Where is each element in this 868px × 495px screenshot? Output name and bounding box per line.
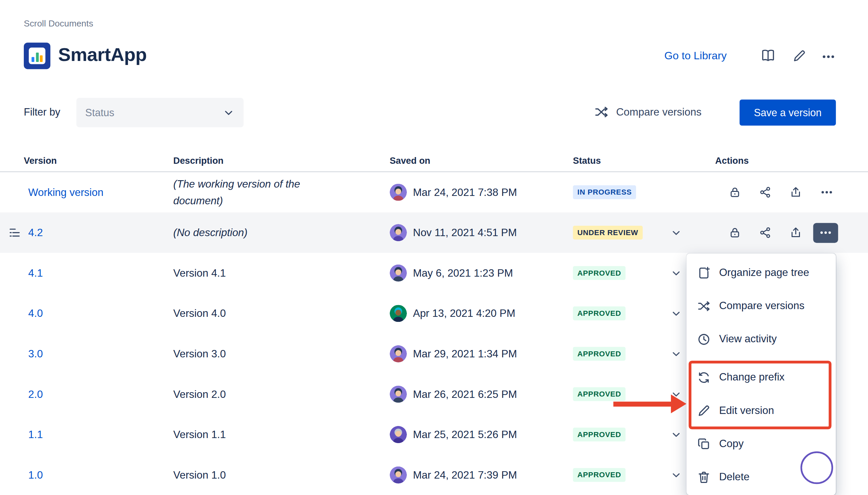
refresh-icon (697, 371, 711, 384)
scroll-documents-page: Scroll Documents SmartApp Go to Library … (0, 0, 868, 495)
table-header-row: Version Description Saved on Status Acti… (0, 149, 868, 172)
version-link[interactable]: 4.2 (24, 226, 43, 238)
saved-on-date: Mar 24, 2021 7:39 PM (413, 469, 517, 481)
status-badge: UNDER REVIEW (573, 226, 643, 239)
status-badge: APPROVED (573, 388, 626, 401)
status-chevron-down-icon[interactable] (670, 227, 682, 238)
version-link[interactable]: 4.0 (24, 307, 43, 320)
column-header-status: Status (573, 155, 716, 166)
column-header-actions: Actions (715, 155, 868, 166)
saved-on-date: May 6, 2021 1:23 PM (413, 267, 513, 279)
status-chevron-down-icon[interactable] (670, 469, 682, 481)
compare-icon (697, 299, 711, 313)
version-description: (No description) (173, 224, 339, 241)
copy-icon (697, 437, 711, 450)
version-description: (The working version of the document) (173, 176, 339, 208)
go-to-library-link[interactable]: Go to Library (664, 49, 727, 62)
menu-item-view-activity[interactable]: View activity (686, 323, 836, 356)
status-badge: APPROVED (573, 266, 626, 280)
menu-item-label: View activity (719, 333, 777, 345)
version-description: Version 4.0 (173, 305, 339, 322)
table-row: Working version (The working version of … (0, 172, 868, 213)
menu-item-label: Organize page tree (719, 267, 809, 279)
status-chevron-down-icon[interactable] (670, 307, 682, 319)
status-badge: APPROVED (573, 428, 626, 441)
status-chevron-down-icon[interactable] (670, 267, 682, 279)
user-avatar (390, 305, 407, 322)
user-avatar (390, 184, 407, 201)
saved-on-date: Mar 24, 2021 7:38 PM (413, 186, 517, 198)
version-description: Version 3.0 (173, 346, 339, 362)
column-header-saved-on: Saved on (390, 155, 573, 166)
menu-item-label: Copy (719, 438, 744, 450)
status-filter-dropdown[interactable]: Status (77, 98, 244, 127)
filter-by-label: Filter by (24, 106, 60, 118)
status-filter-value: Status (85, 106, 114, 119)
status-chevron-down-icon[interactable] (670, 389, 682, 400)
saved-on-date: Nov 11, 2021 4:51 PM (413, 226, 517, 238)
user-avatar (390, 345, 407, 362)
row-more-icon[interactable] (820, 185, 834, 199)
saved-on-date: Mar 29, 2021 1:34 PM (413, 348, 517, 360)
menu-item-delete[interactable]: Delete (686, 460, 836, 493)
compare-versions-button[interactable]: Compare versions (594, 104, 701, 120)
status-chevron-down-icon[interactable] (670, 429, 682, 440)
user-avatar (390, 264, 407, 281)
menu-separator (686, 356, 836, 361)
status-badge: APPROVED (573, 306, 626, 320)
row-actions-menu: Organize page tree Compare versions View… (686, 254, 836, 495)
menu-item-change-prefix[interactable]: Change prefix (686, 361, 836, 394)
version-link[interactable]: 3.0 (24, 348, 43, 360)
compare-icon (594, 104, 609, 120)
menu-item-label: Compare versions (719, 300, 805, 312)
menu-item-compare-versions[interactable]: Compare versions (686, 289, 836, 323)
user-avatar (390, 224, 407, 241)
export-icon[interactable] (789, 186, 802, 199)
version-link[interactable]: Working version (24, 186, 103, 198)
share-icon[interactable] (759, 226, 772, 239)
menu-item-label: Edit version (719, 404, 774, 416)
menu-item-copy[interactable]: Copy (686, 427, 836, 460)
share-icon[interactable] (759, 186, 772, 199)
lock-icon[interactable] (729, 186, 741, 199)
status-badge: IN PROGRESS (573, 186, 636, 199)
chevron-down-icon (222, 106, 235, 119)
export-icon[interactable] (789, 226, 802, 239)
menu-item-label: Change prefix (719, 371, 785, 383)
breadcrumb[interactable]: Scroll Documents (24, 19, 93, 29)
version-link[interactable]: 1.1 (24, 428, 43, 440)
version-link[interactable]: 4.1 (24, 267, 43, 279)
page-title: SmartApp (58, 44, 147, 65)
bar-chart-logo-icon (29, 48, 46, 64)
version-description: Version 2.0 (173, 386, 339, 403)
save-a-version-button[interactable]: Save a version (740, 100, 836, 125)
version-description: Version 4.1 (173, 265, 339, 281)
trash-icon (697, 470, 711, 484)
edit-pencil-icon[interactable] (792, 49, 807, 63)
status-badge: APPROVED (573, 347, 626, 360)
saved-on-date: Apr 13, 2021 4:20 PM (413, 307, 515, 320)
library-book-icon[interactable] (760, 48, 776, 64)
menu-item-organize-page-tree[interactable]: Organize page tree (686, 256, 836, 289)
row-more-icon-active[interactable] (813, 223, 838, 242)
column-header-version: Version (24, 155, 173, 166)
version-description: Version 1.1 (173, 426, 339, 443)
version-description: Version 1.0 (173, 467, 339, 483)
user-avatar (390, 466, 407, 483)
more-actions-icon[interactable] (821, 49, 836, 64)
user-avatar (390, 426, 407, 443)
page-tree-add-icon (697, 266, 711, 280)
saved-on-date: Mar 25, 2021 5:26 PM (413, 428, 517, 440)
saved-on-date: Mar 26, 2021 6:25 PM (413, 388, 517, 400)
table-row: 4.2 (No description) Nov 11, 2021 4:51 P… (0, 212, 868, 253)
version-link[interactable]: 2.0 (24, 388, 43, 400)
status-badge: APPROVED (573, 468, 626, 482)
status-chevron-down-icon[interactable] (670, 348, 682, 360)
app-logo (24, 42, 50, 69)
page-tree-icon[interactable] (9, 226, 21, 239)
menu-item-label: Delete (719, 471, 750, 483)
clock-icon (697, 332, 711, 346)
version-link[interactable]: 1.0 (24, 469, 43, 481)
lock-icon[interactable] (729, 226, 741, 239)
menu-item-edit-version[interactable]: Edit version (686, 394, 836, 427)
